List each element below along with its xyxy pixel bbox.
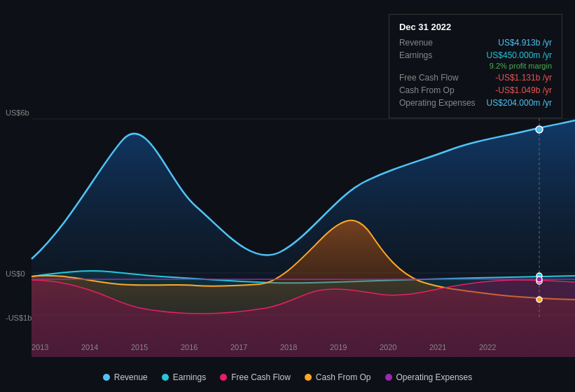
legend-item-revenue[interactable]: Revenue (103, 372, 148, 382)
legend-label-fcf: Free Cash Flow (231, 372, 291, 382)
tooltip-value-cashfromop: -US$1.049b /yr (495, 85, 552, 95)
x-label-2013: 2013 (32, 343, 48, 351)
tooltip-label-cashfromop: Cash From Op (399, 85, 455, 95)
x-label-2016: 2016 (181, 343, 198, 351)
tooltip-label-revenue: Revenue (399, 38, 433, 48)
tooltip-value-revenue: US$4.913b /yr (498, 38, 552, 48)
legend-dot-cashfromop (305, 374, 312, 381)
tooltip-label-opex: Operating Expenses (399, 98, 476, 108)
tooltip-card: Dec 31 2022 Revenue US$4.913b /yr Earnin… (389, 14, 562, 118)
legend-item-earnings[interactable]: Earnings (162, 372, 206, 382)
chart-legend: Revenue Earnings Free Cash Flow Cash Fro… (0, 372, 575, 382)
y-label-6b: US$6b (6, 108, 29, 117)
svg-point-7 (536, 297, 542, 302)
y-label-0: US$0 (6, 270, 25, 278)
legend-item-cashfromop[interactable]: Cash From Op (305, 372, 371, 382)
legend-dot-revenue (103, 374, 110, 381)
svg-point-9 (536, 276, 542, 282)
tooltip-value-fcf: -US$1.131b /yr (495, 73, 552, 83)
tooltip-profit-margin: 9.2% profit margin (399, 62, 552, 70)
y-label-neg1b: -US$1b (6, 314, 32, 322)
legend-label-opex: Operating Expenses (396, 372, 473, 382)
legend-label-earnings: Earnings (173, 372, 206, 382)
tooltip-title: Dec 31 2022 (399, 22, 552, 32)
x-label-2020: 2020 (380, 343, 396, 351)
x-label-2017: 2017 (230, 343, 247, 351)
x-label-2021: 2021 (429, 343, 446, 351)
tooltip-value-opex: US$204.000m /yr (487, 98, 552, 108)
legend-item-fcf[interactable]: Free Cash Flow (220, 372, 291, 382)
tooltip-row-cashfromop: Cash From Op -US$1.049b /yr (399, 85, 552, 95)
legend-label-cashfromop: Cash From Op (316, 372, 371, 382)
x-label-2019: 2019 (330, 343, 347, 351)
x-label-2014: 2014 (81, 343, 98, 351)
tooltip-row-earnings: Earnings US$450.000m /yr (399, 50, 552, 60)
svg-point-5 (536, 126, 543, 133)
x-label-2015: 2015 (131, 343, 148, 351)
legend-item-opex[interactable]: Operating Expenses (385, 372, 473, 382)
legend-label-revenue: Revenue (114, 372, 148, 382)
tooltip-label-earnings: Earnings (399, 50, 432, 60)
legend-dot-fcf (220, 374, 227, 381)
tooltip-row-opex: Operating Expenses US$204.000m /yr (399, 98, 552, 108)
legend-dot-earnings (162, 374, 169, 381)
x-label-2018: 2018 (280, 343, 297, 351)
x-label-2022: 2022 (479, 343, 496, 351)
tooltip-label-fcf: Free Cash Flow (399, 73, 459, 83)
tooltip-row-revenue: Revenue US$4.913b /yr (399, 38, 552, 48)
tooltip-value-earnings: US$450.000m /yr (487, 50, 552, 60)
tooltip-row-fcf: Free Cash Flow -US$1.131b /yr (399, 73, 552, 83)
legend-dot-opex (385, 374, 392, 381)
